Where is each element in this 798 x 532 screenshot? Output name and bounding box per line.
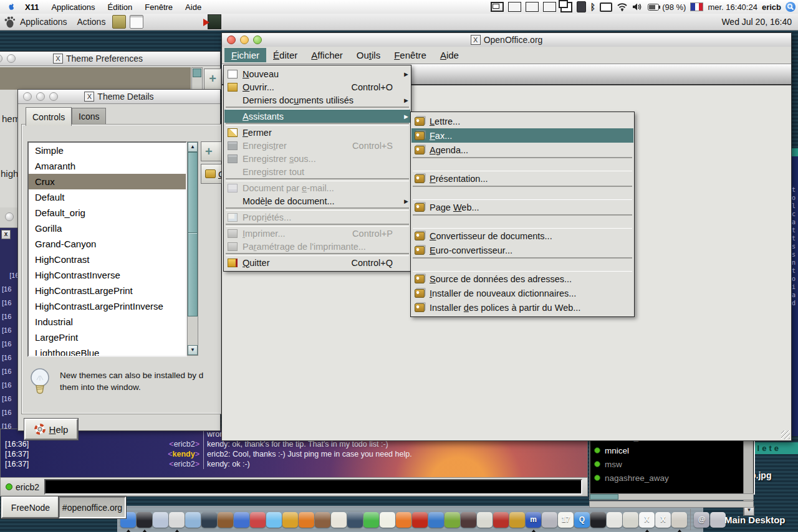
assistants-menu-item[interactable]: ► — [413, 214, 632, 229]
mac-menu-item[interactable]: X11 — [19, 2, 45, 12]
assistants-menu-item[interactable]: Page Web... ► — [411, 200, 633, 214]
workspace-2-icon[interactable] — [508, 2, 521, 12]
resize-grip[interactable] — [781, 430, 790, 439]
file-menu-item[interactable]: Enregistrer tout ► — [224, 165, 410, 178]
fast-user-switch[interactable]: ericb — [762, 2, 781, 12]
theme-list-item[interactable]: LighthouseBlue — [29, 345, 186, 357]
file-menu-item[interactable]: Modèle de document... ► — [224, 194, 410, 207]
scrollbar-thumb[interactable] — [188, 152, 198, 316]
french-flag-icon[interactable] — [690, 2, 703, 11]
mac-menu-item[interactable]: Applications — [45, 2, 101, 12]
displays-icon[interactable] — [600, 2, 612, 12]
assistants-menu-item[interactable]: Fax... ► — [411, 128, 633, 143]
volume-icon[interactable] — [632, 2, 643, 11]
assistants-menu-item[interactable]: ► — [413, 257, 632, 272]
theme-list-item[interactable]: LargePrint — [29, 330, 186, 345]
theme-list-item[interactable]: Grand-Canyon — [29, 236, 186, 252]
theme-list-item[interactable]: Amaranth — [29, 158, 186, 174]
file-menu-item[interactable]: Quitter Control+Q ► — [224, 256, 410, 269]
mac-menu-item[interactable]: Fenêtre — [138, 2, 179, 12]
irc-channel-tab[interactable]: #openoffice.org — [59, 496, 126, 518]
file-menu-item[interactable]: Enregistrer Control+S ► — [224, 139, 410, 152]
assistants-menu-item[interactable]: Lettre... ► — [411, 114, 633, 128]
theme-list[interactable]: Simple Amaranth Crux Default Default_ori… — [27, 141, 187, 357]
menubar-item[interactable]: Fichier — [224, 48, 266, 62]
theme-list-item[interactable]: HighContrast — [29, 252, 186, 267]
assistants-menu-item[interactable]: Installer de nouveaux dictionnaires... ► — [411, 286, 633, 300]
prefs-scrollbar-fragment[interactable] — [191, 67, 203, 91]
theme-list-item[interactable]: Industrial — [29, 314, 186, 330]
theme-list-item[interactable]: Simple — [29, 143, 186, 158]
scroll-down-icon[interactable]: ▼ — [188, 345, 198, 355]
apple-icon[interactable] — [6, 2, 16, 12]
assistants-menu-item[interactable]: Convertisseur de documents... ► — [411, 229, 633, 243]
menubar-item[interactable]: Afficher — [304, 48, 350, 62]
theme-list-item[interactable]: Gorilla — [29, 221, 186, 236]
tab-controls[interactable]: Controls — [26, 107, 72, 126]
theme-list-item[interactable]: Crux — [29, 174, 186, 189]
selected-theme-row[interactable] — [0, 67, 191, 90]
bluetooth-icon[interactable]: ᛒ — [590, 2, 595, 12]
theme-list-item[interactable]: Default — [29, 189, 186, 205]
menubar-item[interactable]: Aide — [433, 48, 466, 62]
file-menu-item[interactable]: Ouvrir... Control+O ► — [224, 80, 410, 93]
mnicel[interactable]: mnicel — [590, 444, 754, 457]
file-menu-item[interactable]: Paramétrage de l'imprimante... ► — [224, 240, 410, 253]
menubar-item[interactable]: Éditer — [266, 48, 304, 62]
file-menu-item[interactable]: Imprimer... Control+P ► — [224, 227, 410, 240]
nagashree_away[interactable]: nagashree_away — [590, 471, 754, 485]
assistants-menu-item[interactable]: Source de données des adresses... ► — [411, 272, 633, 286]
spotlight-icon[interactable] — [786, 2, 796, 12]
file-menu-item[interactable]: Propriétés... ► — [224, 211, 410, 224]
assistants-menu-item[interactable]: Installer des polices à partir du Web...… — [411, 300, 633, 315]
window-launcher-icon[interactable] — [130, 15, 143, 29]
assistants-menu-item[interactable]: Euro-convertisseur... ► — [411, 243, 633, 257]
menubar-item[interactable]: Fenêtre — [387, 48, 433, 62]
file-menu-item[interactable]: Assistants ► — [224, 110, 410, 123]
wifi-icon[interactable] — [617, 2, 628, 11]
horizontal-scrollbar[interactable] — [589, 493, 754, 500]
window-switcher-icon[interactable] — [560, 2, 572, 12]
gnome-menu-item[interactable]: Applications — [15, 17, 72, 27]
menubar-item[interactable]: Outils — [350, 48, 387, 62]
theme-list-scrollbar[interactable]: ▲ ▼ — [187, 141, 198, 356]
logout-launcher-icon[interactable] — [208, 14, 221, 29]
file-menu-item[interactable]: Fermer ► — [224, 126, 410, 139]
gnome-foot-icon[interactable] — [4, 16, 15, 28]
assistants-menu-item[interactable]: ► — [413, 186, 632, 200]
assistants-menu-item[interactable]: ► — [413, 157, 632, 171]
panel-clock[interactable]: Wed Jul 20, 16:40 — [721, 17, 792, 27]
scroll-up-icon[interactable]: ▲ — [188, 142, 198, 152]
theme-details-titlebar[interactable]: X Theme Details — [18, 90, 220, 104]
irc-message-input[interactable] — [44, 479, 582, 495]
help-button[interactable]: Help — [24, 419, 78, 440]
install-theme-button-fragment[interactable]: + — [204, 69, 221, 90]
mac-menu-item[interactable]: Aide — [179, 2, 208, 12]
app-status-icon[interactable] — [577, 1, 586, 12]
assistants-menu-item[interactable]: Présentation... ► — [411, 171, 633, 186]
msw[interactable]: msw — [590, 457, 754, 471]
theme-list-item[interactable]: HighContrastInverse — [29, 267, 186, 283]
horizontal-scrollbar[interactable] — [589, 501, 754, 508]
file-manager-launcher-icon[interactable] — [112, 15, 126, 29]
battery-icon[interactable] — [648, 4, 660, 11]
assistants-menu-item[interactable]: Agenda... ► — [411, 143, 633, 157]
theme-list-item[interactable]: Default_orig — [29, 205, 186, 221]
openoffice-titlebar[interactable]: X OpenOffice.org — [222, 33, 791, 47]
tab-icons[interactable]: Icons — [72, 108, 106, 125]
close-icon[interactable]: x — [1, 230, 11, 239]
theme-preferences-titlebar[interactable]: X Theme Preferences — [0, 52, 220, 66]
file-menu-item[interactable]: Nouveau ► — [224, 67, 410, 80]
theme-list-item[interactable]: HighContrastLargePrintInverse — [29, 298, 186, 314]
gnome-menu-item[interactable]: Actions — [72, 17, 111, 27]
mac-menu-item[interactable]: Édition — [102, 2, 139, 12]
workspace-4-icon[interactable] — [543, 2, 556, 12]
irc-server-tab[interactable]: FreeNode — [1, 496, 60, 518]
file-menu-item[interactable]: Enregistrer sous... ► — [224, 152, 410, 165]
file-menu-item[interactable]: Derniers documents utilisés ► — [224, 93, 410, 107]
menubar-clock[interactable]: mer. 16:40:24 — [708, 2, 757, 12]
workspace-3-icon[interactable] — [526, 2, 539, 12]
file-menu-item[interactable]: Document par e-mail... ► — [224, 181, 410, 194]
current-nick[interactable]: ericb2 — [16, 482, 39, 492]
workspace-1-icon[interactable] — [491, 2, 504, 12]
